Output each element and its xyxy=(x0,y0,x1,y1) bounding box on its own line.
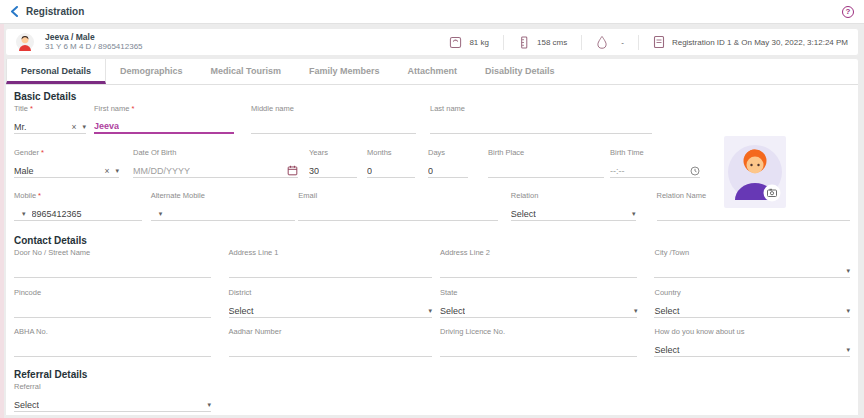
date-of-birth-field[interactable]: Date Of Birth MM/DD/YYYY xyxy=(133,148,298,178)
aadhar-number-field[interactable]: Aadhar Number xyxy=(229,327,432,357)
divider xyxy=(638,35,639,50)
camera-icon xyxy=(764,185,781,202)
clock-icon[interactable] xyxy=(690,166,700,176)
divider xyxy=(581,35,582,50)
birth-place-field[interactable]: Birth Place xyxy=(488,148,604,178)
registration-document-icon xyxy=(653,35,665,49)
title-field[interactable]: Title* Mr. ×▾ xyxy=(14,104,86,134)
patient-summary-bar: Jeeva / Male 31 Y 6 M 4 D / 8965412365 8… xyxy=(5,28,859,56)
city-town-select[interactable]: City /Town ▾ xyxy=(654,248,850,278)
birth-time-field[interactable]: Birth Time --:-- xyxy=(610,148,700,178)
abha-no-field[interactable]: ABHA No. xyxy=(14,327,211,357)
first-name-field[interactable]: First name* Jeeva xyxy=(94,104,234,134)
driving-licence-field[interactable]: Driving Licence No. xyxy=(440,327,638,357)
country-select[interactable]: Country Select▾ xyxy=(654,288,850,318)
clear-icon[interactable]: × xyxy=(72,122,77,132)
chevron-down-icon[interactable]: ▾ xyxy=(428,307,432,315)
pincode-field[interactable]: Pincode xyxy=(14,288,211,318)
chevron-left-icon xyxy=(10,6,19,17)
patient-age-mobile: 31 Y 6 M 4 D / 8965412365 xyxy=(45,42,143,52)
tab-disability-details[interactable]: Disablity Details xyxy=(471,59,569,84)
chevron-down-icon[interactable]: ▾ xyxy=(632,210,636,218)
page-title: Registration xyxy=(26,6,84,17)
clear-icon[interactable]: × xyxy=(105,166,110,176)
blood-group-value: - xyxy=(621,38,624,47)
tab-bar: Personal Details Demographics Medical To… xyxy=(6,59,858,85)
basic-details-heading: Basic Details xyxy=(14,91,850,102)
weight-item: 81 kg xyxy=(449,36,489,49)
calendar-icon[interactable] xyxy=(287,165,298,176)
tab-attachment[interactable]: Attachment xyxy=(393,59,471,84)
mobile-field[interactable]: Mobile* ▾8965412365 xyxy=(14,191,142,221)
divider xyxy=(503,35,504,50)
patient-vitals: 81 kg 158 cms - Registration ID 1 & On M… xyxy=(449,35,848,50)
patient-avatar xyxy=(16,33,34,51)
tab-medical-tourism[interactable]: Medical Tourism xyxy=(197,59,295,84)
patient-identity: Jeeva / Male 31 Y 6 M 4 D / 8965412365 xyxy=(45,32,143,52)
last-name-field[interactable]: Last name xyxy=(430,104,652,134)
top-header: Registration ? xyxy=(0,0,864,24)
know-about-us-select[interactable]: How do you know about us Select▾ xyxy=(654,327,850,357)
door-no-field[interactable]: Door No / Street Name xyxy=(14,248,211,278)
referral-select[interactable]: Referral Select▾ xyxy=(14,382,211,412)
alternate-mobile-field[interactable]: Alternate Mobile ▾ xyxy=(151,191,296,221)
country-code-dropdown[interactable]: ▾ xyxy=(22,210,26,218)
chevron-down-icon[interactable]: ▾ xyxy=(207,401,211,409)
months-field[interactable]: Months 0 xyxy=(367,148,415,178)
help-icon[interactable]: ? xyxy=(842,6,854,18)
relation-select[interactable]: Relation Select▾ xyxy=(511,191,636,221)
tab-family-members[interactable]: Family Members xyxy=(295,59,394,84)
chevron-down-icon[interactable]: ▾ xyxy=(846,307,850,315)
height-scale-icon xyxy=(518,36,530,49)
district-select[interactable]: District Select▾ xyxy=(229,288,432,318)
email-field[interactable]: Email xyxy=(298,191,498,221)
address-line1-field[interactable]: Address Line 1 xyxy=(229,248,432,278)
page-edge-strip xyxy=(0,24,4,418)
tab-demographics[interactable]: Demographics xyxy=(106,59,197,84)
chevron-down-icon[interactable]: ▾ xyxy=(846,346,850,354)
registration-form-card: Personal Details Demographics Medical To… xyxy=(5,58,859,416)
state-select[interactable]: State Select▾ xyxy=(440,288,638,318)
days-field[interactable]: Days 0 xyxy=(428,148,468,178)
years-field[interactable]: Years 30 xyxy=(309,148,357,178)
chevron-down-icon[interactable]: ▾ xyxy=(634,307,638,315)
patient-photo[interactable] xyxy=(724,136,786,208)
middle-name-field[interactable]: Middle name xyxy=(251,104,416,134)
chevron-down-icon[interactable]: ▾ xyxy=(82,123,86,131)
weight-scale-icon xyxy=(449,36,462,49)
height-value: 158 cms xyxy=(537,38,567,47)
chevron-down-icon[interactable]: ▾ xyxy=(846,267,850,275)
blood-drop-icon xyxy=(596,35,608,49)
height-item: 158 cms xyxy=(518,36,567,49)
registration-info-item: Registration ID 1 & On May 30, 2022, 3:1… xyxy=(653,35,848,49)
registration-info: Registration ID 1 & On May 30, 2022, 3:1… xyxy=(672,38,848,47)
contact-details-heading: Contact Details xyxy=(14,235,850,246)
referral-details-heading: Referral Details xyxy=(14,369,850,380)
back-button[interactable] xyxy=(10,6,19,17)
chevron-down-icon[interactable]: ▾ xyxy=(115,167,119,175)
weight-value: 81 kg xyxy=(469,38,489,47)
tab-personal-details[interactable]: Personal Details xyxy=(6,59,106,84)
country-code-dropdown[interactable]: ▾ xyxy=(159,210,163,218)
blood-group-item: - xyxy=(596,35,624,49)
address-line2-field[interactable]: Address Line 2 xyxy=(440,248,638,278)
gender-field[interactable]: Gender* Male ×▾ xyxy=(14,148,119,178)
patient-name: Jeeva / Male xyxy=(45,32,143,42)
